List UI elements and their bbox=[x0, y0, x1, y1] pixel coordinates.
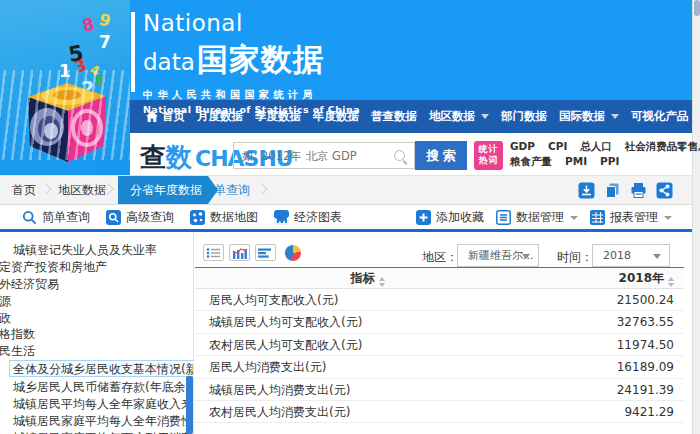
sidebar-item[interactable]: 价格指数 bbox=[0, 326, 193, 343]
national-data-page: 8 9 7 5 3 4 1 6 2 National data 国家数据 bbox=[0, 0, 700, 434]
sidebar-item[interactable]: 能源 bbox=[0, 293, 193, 310]
data-manage-menu[interactable]: 数据管理 bbox=[496, 209, 578, 226]
add-favorite-button[interactable]: 添加收藏 bbox=[416, 209, 484, 226]
share-icon[interactable] bbox=[656, 182, 673, 199]
breadcrumb-actions bbox=[578, 182, 673, 199]
tab-simple-query[interactable]: 简单查询 bbox=[202, 176, 250, 204]
query-toolbar: 简单查询 高级查询 数据地图 bbox=[0, 206, 692, 229]
sort-icon[interactable] bbox=[379, 277, 385, 287]
report-manage-menu[interactable]: 报表管理 bbox=[590, 209, 672, 226]
region-dropdown[interactable]: 新疆维吾尔... bbox=[457, 244, 539, 267]
page-scrollbar-thumb[interactable] bbox=[694, 0, 700, 16]
sidebar-item[interactable]: 城镇登记失业人员及失业率 bbox=[0, 242, 193, 259]
chevron-down-icon bbox=[570, 216, 578, 220]
hot-word-gdp[interactable]: GDP bbox=[510, 139, 535, 154]
hot-word-pmi[interactable]: PMI bbox=[565, 154, 587, 169]
chevron-down-icon bbox=[653, 254, 661, 259]
chevron-right-icon bbox=[256, 183, 267, 194]
nav-item-visualization[interactable]: 可视化产品 bbox=[625, 109, 695, 124]
data-table: 指标 2018年 居民人均可支配收入(元) 21500.24 城镇居民人均可支配… bbox=[195, 267, 684, 423]
simple-query-button[interactable]: 简单查询 bbox=[22, 209, 90, 226]
sidebar-item[interactable]: 固定资产投资和房地产 bbox=[0, 259, 193, 276]
chevron-down-icon bbox=[611, 114, 619, 119]
nav-item-publications[interactable]: 出版物 bbox=[695, 109, 700, 124]
advanced-query-button[interactable]: 高级查询 bbox=[106, 209, 174, 226]
table-row[interactable]: 城镇居民人均消费支出(元) 24191.39 bbox=[195, 379, 684, 401]
economic-charts-button[interactable]: 经济图表 bbox=[274, 209, 342, 226]
subtitle-cn: 中华人民共和国国家统计局 bbox=[143, 88, 360, 102]
search-button[interactable]: 搜索 bbox=[415, 141, 467, 170]
value-cell: 9421.29 bbox=[540, 401, 684, 422]
hot-word-ppi[interactable]: PPI bbox=[600, 154, 619, 169]
hot-word-population[interactable]: 总人口 bbox=[580, 139, 612, 154]
filters: 地区： 新疆维吾尔... 时间： 2018 bbox=[195, 232, 692, 272]
copy-icon[interactable] bbox=[604, 182, 621, 199]
nav-item-international[interactable]: 国际数据 bbox=[553, 109, 625, 124]
indicator-cell: 城镇居民人均可支配收入(元) bbox=[195, 311, 540, 332]
year-column-header[interactable]: 2018年 bbox=[540, 268, 684, 288]
title-national: National bbox=[143, 10, 360, 36]
indicator-cell: 城镇居民人均消费支出(元) bbox=[195, 379, 540, 400]
hot-word-retail[interactable]: 社会消费品零售总额 bbox=[625, 139, 700, 154]
logo-cube-area: 8 9 7 5 3 4 1 6 2 bbox=[0, 0, 130, 175]
data-map-button[interactable]: 数据地图 bbox=[190, 209, 258, 226]
sidebar-item[interactable]: 人民生活 bbox=[0, 343, 193, 360]
plus-icon bbox=[416, 210, 431, 225]
breadcrumb-home[interactable]: 首页 bbox=[12, 176, 36, 204]
hot-word-cpi[interactable]: CPI bbox=[548, 139, 567, 154]
time-dropdown[interactable]: 2018 bbox=[592, 244, 670, 267]
svg-text:8: 8 bbox=[80, 14, 96, 36]
sidebar-item[interactable]: 城镇居民家庭平均每百户耐用消费品拥有量 bbox=[0, 430, 193, 434]
table-row[interactable]: 居民人均消费支出(元) 16189.09 bbox=[195, 356, 684, 378]
chart-icon bbox=[274, 210, 289, 225]
indicator-list: 城镇登记失业人员及失业率 固定资产投资和房地产 对外经济贸易 能源 财政 价格指… bbox=[0, 232, 193, 434]
hot-words-badge: 统计 热词 bbox=[474, 141, 503, 170]
search-icon bbox=[394, 150, 405, 161]
section-divider bbox=[0, 229, 692, 232]
table-header-row: 指标 2018年 bbox=[195, 267, 684, 289]
svg-text:9: 9 bbox=[97, 10, 113, 31]
nav-item-census[interactable]: 普查数据 bbox=[365, 109, 423, 124]
chevron-down-icon bbox=[522, 254, 530, 259]
time-filter-label: 时间： bbox=[557, 249, 593, 266]
sort-icon[interactable] bbox=[668, 277, 674, 287]
search-input[interactable] bbox=[234, 149, 394, 163]
table-icon bbox=[590, 210, 605, 225]
indicator-cell: 居民人均消费支出(元) bbox=[195, 356, 540, 377]
sidebar-item[interactable]: 城镇居民平均每人全年家庭收入来源 bbox=[0, 396, 193, 413]
page-scrollbar[interactable] bbox=[692, 0, 700, 434]
brand-shu: 数 bbox=[166, 140, 192, 175]
value-cell: 32763.55 bbox=[540, 311, 684, 332]
sidebar-scrollbar-thumb[interactable] bbox=[186, 376, 193, 434]
svg-text:7: 7 bbox=[99, 32, 111, 52]
hot-word-grain[interactable]: 粮食产量 bbox=[510, 154, 552, 169]
indicator-cell: 农村居民人均消费支出(元) bbox=[195, 401, 540, 422]
indicator-sidebar: 城镇登记失业人员及失业率 固定资产投资和房地产 对外经济贸易 能源 财政 价格指… bbox=[0, 232, 194, 434]
value-cell: 16189.09 bbox=[540, 356, 684, 377]
region-filter-label: 地区： bbox=[422, 249, 458, 266]
breadcrumb: 首页 地区数据 分省年度数据 简单查询 bbox=[0, 175, 692, 205]
sidebar-item[interactable]: 城乡居民人民币储蓄存款(年底余额) bbox=[0, 379, 193, 396]
value-cell: 21500.24 bbox=[540, 289, 684, 310]
print-icon[interactable] bbox=[630, 182, 647, 199]
site-title: National data 国家数据 中华人民共和国国家统计局 National… bbox=[143, 10, 360, 115]
table-row[interactable]: 农村居民人均可支配收入(元) 11974.50 bbox=[195, 334, 684, 356]
breadcrumb-region-data[interactable]: 地区数据 bbox=[58, 176, 106, 204]
table-row[interactable]: 城镇居民人均可支配收入(元) 32763.55 bbox=[195, 311, 684, 333]
value-cell: 24191.39 bbox=[540, 379, 684, 400]
indicator-cell: 农村居民人均可支配收入(元) bbox=[195, 334, 540, 355]
sidebar-item[interactable]: 城镇居民家庭平均每人全年消费性支出 bbox=[0, 413, 193, 430]
indicator-column-header[interactable]: 指标 bbox=[195, 268, 540, 288]
nav-item-department[interactable]: 部门数据 bbox=[495, 109, 553, 124]
table-row[interactable]: 农村居民人均消费支出(元) 9421.29 bbox=[195, 401, 684, 423]
download-icon[interactable] bbox=[578, 182, 595, 199]
sidebar-item[interactable]: 对外经济贸易 bbox=[0, 276, 193, 293]
map-icon bbox=[190, 210, 205, 225]
search-outline-icon bbox=[22, 210, 37, 225]
sidebar-item-selected[interactable]: 全体及分城乡居民收支基本情况(新口径) bbox=[0, 360, 193, 379]
chevron-down-icon bbox=[664, 216, 672, 220]
nav-item-regional[interactable]: 地区数据 bbox=[423, 109, 495, 124]
list-icon bbox=[496, 210, 511, 225]
sidebar-item[interactable]: 财政 bbox=[0, 310, 193, 327]
table-row[interactable]: 居民人均可支配收入(元) 21500.24 bbox=[195, 289, 684, 311]
